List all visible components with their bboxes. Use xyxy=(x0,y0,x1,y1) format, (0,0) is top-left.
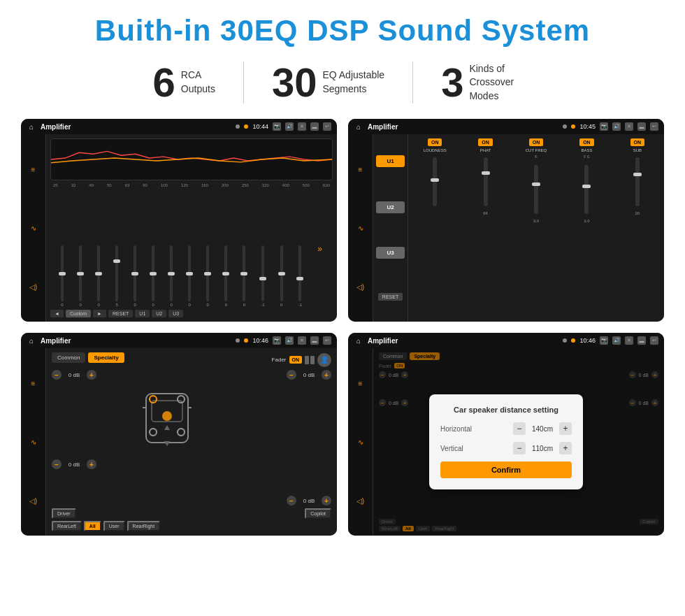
user-button[interactable]: User xyxy=(103,521,125,531)
u3-button[interactable]: U3 xyxy=(168,310,183,317)
rearleft-button[interactable]: RearLeft xyxy=(52,521,82,531)
expand-icon[interactable]: » xyxy=(317,244,322,254)
stat-number-eq: 30 xyxy=(272,62,317,103)
sb-time-2: 10:45 xyxy=(579,123,596,130)
eq-icon[interactable]: ≡ xyxy=(27,162,41,176)
loudness-on[interactable]: ON xyxy=(428,138,442,146)
fader-on[interactable]: ON xyxy=(289,356,303,364)
eq-icon-2[interactable]: ≡ xyxy=(354,162,368,176)
confirm-button[interactable]: Confirm xyxy=(440,461,572,478)
eq-slider-11[interactable]: -1 xyxy=(261,245,264,307)
eq-slider-0[interactable]: 0 xyxy=(61,245,64,307)
copilot-button[interactable]: Copilot xyxy=(305,508,331,519)
sub-on[interactable]: ON xyxy=(630,138,645,146)
rl-plus[interactable]: + xyxy=(87,459,96,469)
eq-slider-4[interactable]: 0 xyxy=(134,245,136,307)
driver-button[interactable]: Driver xyxy=(52,508,76,519)
back-icon-4[interactable]: ↩ xyxy=(650,336,658,345)
cross-tabs: Common Specialty xyxy=(52,352,124,363)
speaker-icon-2[interactable]: ◁) xyxy=(354,280,368,294)
battery-icon-1: ▬ xyxy=(310,122,319,131)
eq-slider-1[interactable]: 0 xyxy=(79,245,82,307)
u1-button[interactable]: U1 xyxy=(135,310,150,317)
wave-icon[interactable]: ∿ xyxy=(27,221,41,235)
fr-minus[interactable]: − xyxy=(287,370,296,380)
camera-icon-3: 📷 xyxy=(273,336,281,345)
back-icon-2[interactable]: ↩ xyxy=(650,122,658,131)
eq-slider-2[interactable]: 0 xyxy=(97,245,100,307)
cutfreq-on[interactable]: ON xyxy=(529,138,544,146)
vertical-label: Vertical xyxy=(440,445,482,452)
rr-minus[interactable]: − xyxy=(287,496,296,506)
u2-preset[interactable]: U2 xyxy=(376,201,405,213)
amp-screen: ≡ ∿ ◁) U1 U2 U3 RESET ON LOUDNESS xyxy=(348,134,664,322)
back-icon-3[interactable]: ↩ xyxy=(323,336,331,345)
cross-screen: ≡ ∿ ◁) Common Specialty Fader ON xyxy=(21,348,337,536)
all-button[interactable]: All xyxy=(84,521,101,531)
amp-ch-phat: ON PHAT 64 xyxy=(461,138,509,317)
screen-cross-wrapper: ⌂ Amplifier 10:46 📷 🔊 ✕ ▬ ↩ ≡ ∿ ◁) xyxy=(21,333,337,536)
freq-200: 200 xyxy=(222,183,229,187)
vertical-plus[interactable]: + xyxy=(559,442,572,454)
bass-on[interactable]: ON xyxy=(579,138,594,146)
eq-icon-4[interactable]: ≡ xyxy=(354,376,368,390)
tab-common[interactable]: Common xyxy=(52,352,85,363)
eq-slider-12[interactable]: 0 xyxy=(280,245,283,307)
fl-plus[interactable]: + xyxy=(87,370,96,380)
back-icon-1[interactable]: ↩ xyxy=(323,122,331,131)
phat-val: 64 xyxy=(483,211,488,215)
wave-icon-2[interactable]: ∿ xyxy=(354,221,368,235)
amp-reset[interactable]: RESET xyxy=(378,293,403,301)
eq-slider-9[interactable]: 0 xyxy=(224,245,227,307)
sb-time-4: 10:46 xyxy=(579,337,596,344)
u2-button[interactable]: U2 xyxy=(152,310,166,317)
svg-marker-10 xyxy=(164,441,170,446)
close-icon-2: ✕ xyxy=(625,122,633,131)
rl-val: 0 dB xyxy=(64,461,84,468)
speaker-icon-3[interactable]: ◁) xyxy=(27,494,41,508)
u1-preset[interactable]: U1 xyxy=(376,155,405,167)
speaker-icon[interactable]: ◁) xyxy=(27,280,41,294)
eq-slider-5[interactable]: 0 xyxy=(152,245,154,307)
status-bar-3: ⌂ Amplifier 10:46 📷 🔊 ✕ ▬ ↩ xyxy=(21,333,337,348)
user-avatar[interactable]: 👤 xyxy=(317,353,331,367)
sb-dot-status-2 xyxy=(571,124,575,129)
battery-icon-3: ▬ xyxy=(310,336,319,345)
fl-minus[interactable]: − xyxy=(52,370,62,380)
rr-vol: − 0 dB + xyxy=(287,496,331,506)
rearright-button[interactable]: RearRight xyxy=(127,521,161,531)
phat-on[interactable]: ON xyxy=(478,138,493,146)
amp-ch-bass: ON BASS F G 3.0 xyxy=(563,138,610,317)
close-icon-3: ✕ xyxy=(298,336,306,345)
tab-specialty[interactable]: Specialty xyxy=(88,352,124,363)
horizontal-minus[interactable]: − xyxy=(513,422,526,435)
cutfreq-label: CUT FREQ xyxy=(526,148,547,152)
rl-minus[interactable]: − xyxy=(52,459,62,469)
reset-button[interactable]: RESET xyxy=(108,310,133,317)
status-bar-1: ⌂ Amplifier 10:44 📷 🔊 ✕ ▬ ↩ xyxy=(21,119,337,134)
home-icon-4[interactable]: ⌂ xyxy=(354,336,363,345)
horizontal-plus[interactable]: + xyxy=(559,422,572,435)
home-icon-2[interactable]: ⌂ xyxy=(354,122,363,131)
custom-preset-button[interactable]: Custom xyxy=(66,310,91,317)
home-icon-1[interactable]: ⌂ xyxy=(27,122,36,131)
eq-slider-7[interactable]: 0 xyxy=(188,245,191,307)
eq-slider-8[interactable]: 0 xyxy=(206,245,209,307)
u3-preset[interactable]: U3 xyxy=(376,247,405,259)
rr-plus[interactable]: + xyxy=(322,496,331,506)
vertical-value: 110cm xyxy=(528,445,556,452)
eq-slider-6[interactable]: 0 xyxy=(170,245,173,307)
home-icon-3[interactable]: ⌂ xyxy=(27,336,36,345)
speaker-icon-4[interactable]: ◁) xyxy=(354,494,368,508)
eq-icon-3[interactable]: ≡ xyxy=(27,376,41,390)
vertical-minus[interactable]: − xyxy=(513,442,526,454)
eq-slider-10[interactable]: 0 xyxy=(243,245,245,307)
wave-icon-4[interactable]: ∿ xyxy=(354,435,368,449)
fr-plus[interactable]: + xyxy=(322,370,331,380)
play-button[interactable]: ► xyxy=(93,310,106,317)
wave-icon-3[interactable]: ∿ xyxy=(27,435,41,449)
eq-slider-3[interactable]: 5 xyxy=(115,245,118,307)
eq-slider-13[interactable]: -1 xyxy=(298,245,302,307)
vertical-row: Vertical − 110cm + xyxy=(440,442,572,454)
prev-preset-button[interactable]: ◄ xyxy=(50,310,64,317)
